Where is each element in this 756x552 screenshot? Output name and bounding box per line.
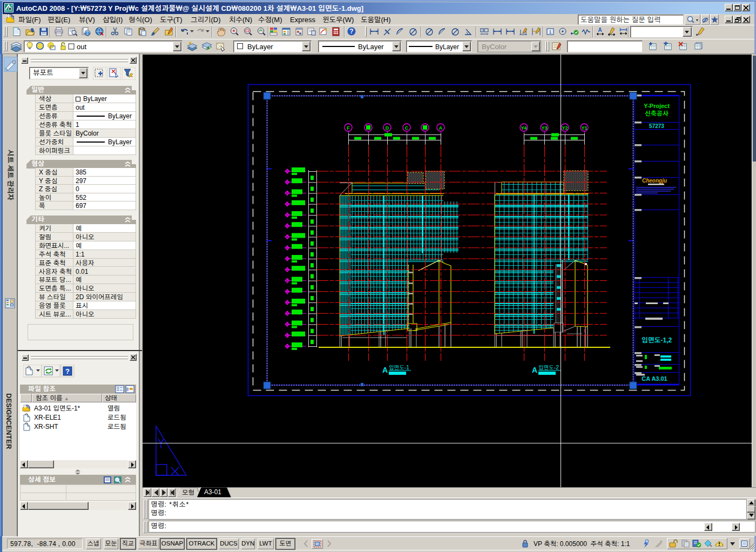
svg-text:Y1: Y1 [581, 125, 587, 131]
svg-text:입면도-2: 입면도-2 [538, 365, 559, 371]
svg-text:입면도-1: 입면도-1 [389, 365, 409, 371]
svg-text:신축공사: 신축공사 [645, 110, 669, 117]
svg-text:D: D [386, 125, 389, 131]
svg-text:A: A [439, 125, 443, 131]
svg-text:CA A3.01: CA A3.01 [642, 375, 667, 382]
svg-text:57273: 57273 [649, 123, 664, 129]
svg-text:1: 1 [549, 29, 551, 35]
svg-text:?: ? [349, 28, 353, 35]
svg-text:Y3: Y3 [541, 125, 547, 131]
svg-text:Cheongju: Cheongju [642, 178, 667, 184]
svg-text:A: A [598, 27, 602, 33]
svg-text:Y4: Y4 [521, 125, 526, 131]
svg-text:A: A [382, 366, 388, 374]
svg-text:Y-Project: Y-Project [644, 103, 670, 109]
svg-text:C: C [405, 125, 409, 131]
svg-text:입면도-1,2: 입면도-1,2 [642, 336, 672, 344]
svg-text:?: ? [65, 367, 70, 375]
svg-text:F: F [347, 125, 350, 131]
svg-text:Y2: Y2 [562, 125, 568, 131]
svg-text:A: A [532, 366, 537, 374]
